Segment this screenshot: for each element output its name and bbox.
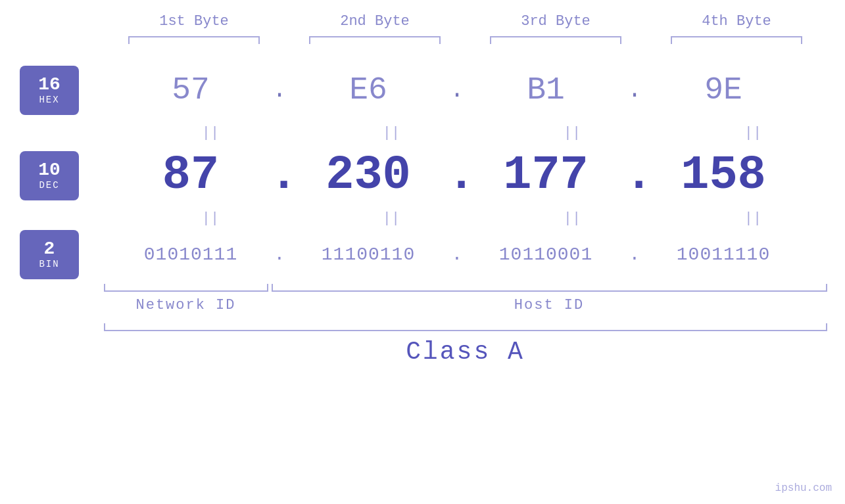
bin-dot2: .	[447, 244, 467, 265]
eq8: ||	[674, 210, 832, 227]
watermark: ipshu.com	[775, 482, 832, 494]
hex-b4: 9E	[644, 72, 802, 108]
bracket2	[309, 36, 441, 44]
bottom-section: Network ID Host ID	[104, 284, 827, 313]
class-label: Class A	[104, 338, 827, 366]
host-bracket	[272, 284, 827, 292]
bin-base-number: 2	[44, 239, 55, 260]
bin-dot1: .	[270, 244, 289, 265]
main-container: 1st Byte 2nd Byte 3rd Byte 4th Byte 16 H…	[0, 0, 845, 504]
dec-base-number: 10	[38, 160, 60, 181]
byte2-header: 2nd Byte	[302, 13, 447, 30]
bin-dot3: .	[625, 244, 644, 265]
eq2: ||	[312, 125, 470, 141]
bin-badge: 2 BIN	[20, 230, 79, 279]
bracket1	[128, 36, 260, 44]
byte-headers: 1st Byte 2nd Byte 3rd Byte 4th Byte	[104, 13, 827, 30]
dec-b3: 177	[467, 149, 625, 202]
eq4: ||	[674, 125, 832, 141]
bin-b4: 10011110	[644, 244, 802, 265]
dec-base-label: DEC	[39, 180, 59, 191]
hex-dot2: .	[447, 77, 467, 104]
hex-base-number: 16	[38, 75, 60, 95]
eq7: ||	[493, 210, 651, 227]
bin-b2: 11100110	[289, 244, 447, 265]
bin-b3: 10110001	[467, 244, 625, 265]
top-brackets	[104, 36, 827, 44]
network-bracket	[104, 284, 268, 292]
bin-base-label: BIN	[39, 259, 59, 269]
byte3-header: 3rd Byte	[483, 13, 628, 30]
hex-b2: E6	[289, 72, 447, 108]
hex-b3: B1	[467, 72, 625, 108]
bin-b1: 01010111	[112, 244, 270, 265]
bracket4	[671, 36, 802, 44]
dec-b1: 87	[112, 149, 270, 202]
dec-dot2: .	[447, 149, 467, 202]
dec-dot1: .	[270, 149, 289, 202]
bin-values: 01010111 . 11100110 . 10110001 . 1001111…	[112, 244, 845, 265]
byte1-header: 1st Byte	[122, 13, 266, 30]
eq6: ||	[312, 210, 470, 227]
bracket3	[490, 36, 621, 44]
hex-dot1: .	[270, 77, 289, 104]
class-section: Class A	[104, 323, 827, 366]
hex-dot3: .	[625, 77, 644, 104]
dec-values: 87 . 230 . 177 . 158	[112, 149, 845, 202]
equals-row-1: || || || ||	[120, 123, 844, 143]
dec-dot3: .	[625, 149, 644, 202]
bottom-brackets	[104, 284, 827, 292]
hex-base-label: HEX	[39, 95, 59, 105]
eq5: ||	[132, 210, 289, 227]
hex-b1: 57	[112, 72, 270, 108]
byte4-header: 4th Byte	[664, 13, 809, 30]
equals-row-2: || || || ||	[120, 208, 844, 228]
bin-row: 2 BIN 01010111 . 11100110 . 10110001 . 1…	[0, 228, 845, 281]
network-id-label: Network ID	[104, 297, 268, 313]
dec-b4: 158	[644, 149, 802, 202]
dec-b2: 230	[289, 149, 447, 202]
hex-values: 57 . E6 . B1 . 9E	[112, 72, 845, 108]
host-id-label: Host ID	[272, 297, 827, 313]
dec-badge: 10 DEC	[20, 151, 79, 200]
id-labels: Network ID Host ID	[104, 297, 827, 313]
dec-row: 10 DEC 87 . 230 . 177 . 158	[0, 143, 845, 208]
eq1: ||	[132, 125, 289, 141]
hex-row: 16 HEX 57 . E6 . B1 . 9E	[0, 57, 845, 123]
hex-badge: 16 HEX	[20, 66, 79, 115]
class-bracket	[104, 323, 827, 331]
eq3: ||	[493, 125, 651, 141]
